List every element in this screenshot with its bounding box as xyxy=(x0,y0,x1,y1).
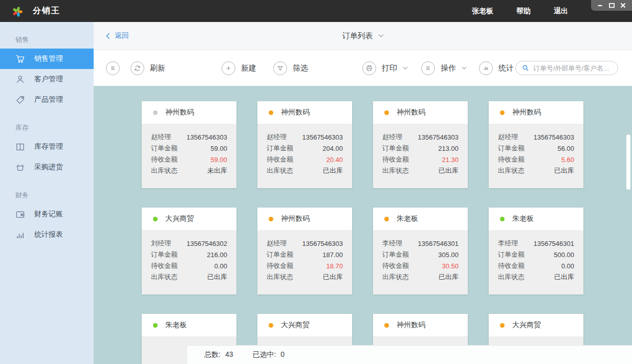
field-value: 204.00 xyxy=(322,145,343,152)
order-card-header[interactable]: 神州数码 xyxy=(373,101,468,124)
window-minimize-button[interactable] xyxy=(597,3,603,8)
printer-icon xyxy=(362,61,376,75)
funnel-icon xyxy=(273,61,287,75)
status-dot xyxy=(500,217,505,221)
outbound-status-row: 出库状态未出库 xyxy=(151,165,227,176)
user-menu[interactable]: 张老板 xyxy=(472,7,493,16)
field-label: 订单金额 xyxy=(267,250,293,259)
order-amount-row: 订单金额187.00 xyxy=(267,249,343,260)
order-card-header[interactable]: 朱老板 xyxy=(489,208,583,230)
new-button[interactable]: 新建 xyxy=(222,61,256,75)
customer-name: 大兴商贸 xyxy=(281,321,310,330)
order-card[interactable]: 神州数码赵经理13567546303订单金额59.00待收金额59.00出库状态… xyxy=(142,101,236,188)
customer-name: 大兴商贸 xyxy=(512,321,541,330)
order-card[interactable]: 朱老板李经理13567546301订单金额500.00待收金额0.00出库状态已… xyxy=(489,208,583,294)
field-label: 赵经理 xyxy=(151,132,171,142)
window-maximize-button[interactable] xyxy=(609,3,615,8)
customer-name: 朱老板 xyxy=(165,321,187,330)
logout-menu[interactable]: 退出 xyxy=(554,7,568,16)
order-card-body: 刘经理13567546302订单金额216.00待收金额0.00出库状态已出库 xyxy=(142,230,236,283)
order-card[interactable]: 大兴商贸刘经理13567546302订单金额216.00待收金额0.00出库状态… xyxy=(142,208,236,294)
sidebar-item-basket[interactable]: 采购进货 xyxy=(0,157,94,177)
order-amount-row: 订单金额59.00 xyxy=(151,143,227,154)
sidebar-item-label: 财务记账 xyxy=(34,210,63,219)
field-label: 赵经理 xyxy=(267,239,287,248)
field-value: 已出库 xyxy=(323,272,343,282)
field-label: 出库状态 xyxy=(151,166,178,175)
field-label: 待收金额 xyxy=(498,155,525,164)
tag-icon xyxy=(15,95,27,105)
order-card-header[interactable]: 朱老板 xyxy=(373,208,468,230)
outbound-status-row: 出库状态已出库 xyxy=(267,271,343,283)
refresh-button[interactable]: 刷新 xyxy=(130,61,165,75)
scrollbar-thumb[interactable] xyxy=(626,134,630,190)
order-card-header[interactable]: 朱老板 xyxy=(142,314,236,336)
field-label: 赵经理 xyxy=(498,132,518,142)
barchart-icon xyxy=(479,61,493,75)
order-card-header[interactable]: 大兴商贸 xyxy=(489,314,583,336)
order-card-body xyxy=(257,336,352,344)
back-button[interactable]: 返回 xyxy=(106,31,129,40)
sidebar-section-label: 销售 xyxy=(15,35,94,44)
search-box[interactable] xyxy=(515,61,618,75)
order-card-body xyxy=(489,336,583,344)
sidebar-item-person[interactable]: 客户管理 xyxy=(0,69,94,89)
order-card-header[interactable]: 神州数码 xyxy=(373,314,468,336)
order-amount-row: 订单金额305.00 xyxy=(382,249,459,260)
order-card-header[interactable]: 神州数码 xyxy=(257,101,352,124)
contact-row: 赵经理13567546303 xyxy=(267,238,343,249)
sidebar-item-wallet[interactable]: 财务记账 xyxy=(0,204,94,224)
status-dot xyxy=(153,110,158,115)
field-value: 未出库 xyxy=(207,166,227,175)
statusbar: 总数: 43 已选中: 0 xyxy=(187,345,632,364)
field-label: 赵经理 xyxy=(267,132,287,142)
order-card[interactable]: 朱老板李经理13567546301订单金额305.00待收金额30.50出库状态… xyxy=(373,208,468,294)
actions-button[interactable]: 操作 xyxy=(421,61,467,75)
order-card[interactable]: 神州数码赵经理13567546303订单金额56.00待收金额5.60出库状态已… xyxy=(489,101,583,188)
window-close-button[interactable] xyxy=(620,3,626,8)
field-label: 待收金额 xyxy=(498,261,525,270)
field-label: 李经理 xyxy=(498,239,518,248)
app-window: 分销王 张老板 帮助 退出 销售销售管理客户管理产品管理库存库存管理采购进货财务… xyxy=(0,0,632,364)
sidebar-item-tag[interactable]: 产品管理 xyxy=(0,89,94,110)
contact-row: 赵经理13567546303 xyxy=(267,131,343,143)
stats-button[interactable]: 统计 xyxy=(479,61,514,75)
status-dot xyxy=(153,217,158,221)
order-card-header[interactable]: 神州数码 xyxy=(257,208,352,230)
plus-icon xyxy=(222,61,235,75)
field-value: 30.50 xyxy=(442,262,459,270)
order-amount-row: 订单金额56.00 xyxy=(498,143,574,154)
basket-icon xyxy=(15,163,27,172)
sidebar-item-label: 采购进货 xyxy=(34,163,63,172)
order-card-header[interactable]: 大兴商贸 xyxy=(257,314,352,336)
order-card[interactable]: 神州数码赵经理13567546303订单金额204.00待收金额20.40出库状… xyxy=(257,101,352,188)
status-dot xyxy=(500,323,505,328)
order-card-header[interactable]: 神州数码 xyxy=(489,101,583,124)
order-card[interactable]: 神州数码赵经理13567546303订单金额187.00待收金额18.70出库状… xyxy=(257,208,352,294)
contact-row: 李经理13567546301 xyxy=(382,238,459,249)
title-chevron-down-icon[interactable] xyxy=(378,34,384,38)
field-value: 已出库 xyxy=(554,166,574,175)
customer-name: 神州数码 xyxy=(165,108,194,117)
app-logo-pinwheel-icon xyxy=(11,5,24,17)
search-input[interactable] xyxy=(533,64,612,72)
sidebar-item-cart[interactable]: 销售管理 xyxy=(0,49,94,69)
total-count: 总数: 43 xyxy=(204,350,233,359)
field-label: 出库状态 xyxy=(267,166,293,175)
field-value: 已出库 xyxy=(323,166,343,175)
order-card[interactable]: 神州数码赵经理13567546303订单金额213.00待收金额21.30出库状… xyxy=(373,101,468,188)
sidebar-item-book[interactable]: 库存管理 xyxy=(0,136,94,157)
list-view-button[interactable] xyxy=(106,61,120,75)
filter-button[interactable]: 筛选 xyxy=(273,61,308,75)
field-value: 13567546302 xyxy=(186,240,227,247)
help-menu[interactable]: 帮助 xyxy=(516,7,531,16)
order-card-body: 赵经理13567546303订单金额56.00待收金额5.60出库状态已出库 xyxy=(489,124,583,176)
order-card-header[interactable]: 神州数码 xyxy=(142,101,236,124)
pending-amount-row: 待收金额30.50 xyxy=(382,260,459,271)
window-controls xyxy=(591,0,632,11)
field-label: 出库状态 xyxy=(151,272,178,282)
order-card-header[interactable]: 大兴商贸 xyxy=(142,208,236,230)
contact-row: 赵经理13567546303 xyxy=(151,131,227,143)
print-button[interactable]: 打印 xyxy=(362,61,408,75)
sidebar-item-barchart[interactable]: 统计报表 xyxy=(0,224,94,245)
